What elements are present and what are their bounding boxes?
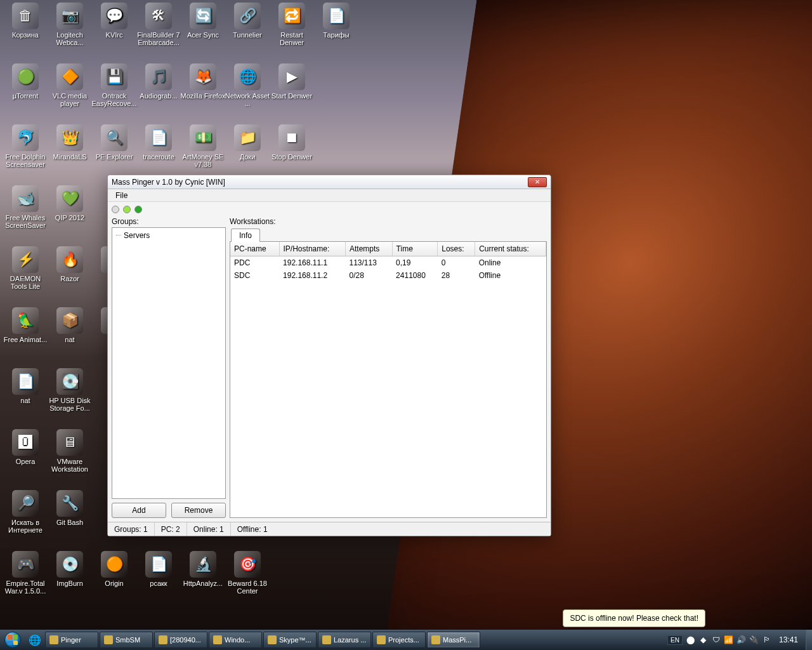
icon-label: VMware Workstation — [46, 458, 94, 473]
desktop-icon[interactable]: ⏹Stop Denwer — [268, 124, 316, 161]
taskbar-button[interactable]: Windo... — [209, 632, 262, 648]
show-desktop-button[interactable] — [806, 630, 812, 650]
tray-power-icon[interactable]: 🔌 — [750, 635, 759, 644]
desktop-icon[interactable]: 🔗Tunnelier — [223, 3, 272, 39]
tray-flag-icon[interactable]: 🏳 — [763, 635, 771, 644]
app-icon: 💽 — [56, 368, 83, 395]
titlebar[interactable]: Mass Pinger v 1.0 by Cynic [WIN] ✕ — [108, 175, 551, 189]
icon-label: nat — [46, 336, 94, 343]
desktop-icon[interactable]: 🎮Empire.Total War.v 1.5.0... — [1, 551, 49, 595]
desktop-icon[interactable]: 📄nat — [1, 368, 49, 404]
column-header[interactable]: IP/Hostname: — [279, 242, 345, 256]
status-dot-green-icon[interactable] — [134, 206, 142, 213]
pinned-ie-icon[interactable]: 🌐 — [25, 631, 44, 649]
taskbar-label: Windo... — [225, 636, 250, 644]
desktop-icon[interactable]: 🔶VLC media player — [46, 63, 94, 107]
tray-notification[interactable]: SDC is offline now! Please check that! — [563, 609, 705, 627]
icon-label: DAEMON Tools Lite — [1, 275, 49, 290]
column-header[interactable]: Loses: — [438, 242, 475, 256]
close-button[interactable]: ✕ — [528, 177, 547, 187]
desktop-icon[interactable]: 📄рсакк — [134, 551, 183, 587]
taskbar-button[interactable]: MassPi... — [427, 632, 480, 648]
taskbar-button[interactable]: Lazarus ... — [318, 632, 371, 648]
taskbar-button[interactable]: SmbSM — [100, 632, 153, 648]
icon-label: Logitech Webca... — [46, 31, 94, 46]
tray-app-icon[interactable]: ⬤ — [686, 635, 695, 644]
icon-label: рсакк — [134, 580, 183, 587]
desktop-icon[interactable]: 📁Доки — [223, 124, 272, 161]
tray-volume-icon[interactable]: 🔊 — [737, 635, 746, 644]
desktop-icon[interactable]: 🛠FinalBuilder 7 Embarcade... — [134, 3, 183, 46]
add-button[interactable]: Add — [112, 503, 166, 518]
desktop-icon[interactable]: 🔄Acer Sync — [179, 3, 227, 39]
desktop-icon[interactable]: 🌐Network Asset ... — [223, 63, 272, 107]
desktop-icon[interactable]: 🦊Mozilla Firefox — [179, 63, 227, 100]
column-header[interactable]: Attempts — [346, 242, 393, 256]
desktop-icon[interactable]: 🟢µTorrent — [1, 63, 49, 100]
desktop-icon[interactable]: 🔎Искать в Интернете — [1, 490, 49, 534]
desktop-icon[interactable]: 🐋Free Whales ScreenSaver — [1, 185, 49, 229]
app-icon: 💾 — [101, 63, 128, 90]
desktop-icon[interactable]: 🗑Корзина — [1, 3, 49, 39]
taskbar-button[interactable]: [280940... — [154, 632, 207, 648]
table-row[interactable]: PDC192.168.11.1113/1130,190Online — [230, 256, 546, 270]
taskbar-button[interactable]: Projects... — [372, 632, 426, 648]
desktop-icon[interactable]: 💬KVIrc — [90, 3, 138, 39]
workstations-table[interactable]: PC-nameIP/Hostname:AttemptsTimeLoses:Cur… — [230, 241, 547, 518]
desktop-icon[interactable]: 💵ArtMoney SE v7.38 — [179, 124, 227, 168]
taskbar-button[interactable]: Pinger — [45, 632, 98, 648]
column-header[interactable]: Time — [392, 242, 438, 256]
remove-button[interactable]: Remove — [171, 503, 226, 518]
tray-shield-icon[interactable]: 🛡 — [712, 635, 721, 644]
desktop-icon[interactable]: 🟠Origin — [90, 551, 138, 587]
desktop-icon[interactable]: 🔥Razor — [46, 246, 94, 282]
desktop-icon[interactable]: ▶Start Denwer — [268, 63, 316, 100]
desktop-icon[interactable]: 📦nat — [46, 307, 94, 343]
desktop-icon[interactable]: 💽HP USB Disk Storage Fo... — [46, 368, 94, 412]
column-header[interactable]: Current status: — [475, 242, 546, 256]
app-icon: 🎮 — [12, 551, 39, 578]
app-icon: 🗑 — [12, 3, 39, 29]
statusbar: Groups: 1 PC: 2 Online: 1 Offline: 1 — [108, 522, 551, 536]
desktop-icon[interactable]: 💚QIP 2012 — [46, 185, 94, 222]
app-icon: 🦜 — [12, 307, 39, 334]
icon-label: FinalBuilder 7 Embarcade... — [134, 31, 183, 46]
desktop-icon[interactable]: 🔁Restart Denwer — [268, 3, 316, 46]
tray-nvidia-icon[interactable]: ◆ — [699, 635, 708, 644]
desktop-icon[interactable]: 👑MirandaLS — [46, 124, 94, 161]
desktop-icon[interactable]: 💿ImgBurn — [46, 551, 94, 587]
status-dot-grey-icon[interactable] — [112, 206, 119, 213]
desktop-icon[interactable]: ⚡DAEMON Tools Lite — [1, 246, 49, 290]
desktop-icon[interactable]: 🔧Git Bash — [46, 490, 94, 526]
taskbar-button[interactable]: Skype™... — [263, 632, 317, 648]
desktop-icon[interactable]: 🔍PE Explorer — [90, 124, 138, 161]
app-icon: 🔁 — [278, 3, 305, 29]
table-row[interactable]: SDC192.168.11.20/28241108028Offline — [230, 269, 546, 282]
groups-tree[interactable]: Servers — [112, 227, 226, 499]
desktop-icon[interactable]: 📷Logitech Webca... — [46, 3, 94, 46]
icon-label: Доки — [223, 153, 272, 161]
desktop-icon[interactable]: 🎯Beward 6.18 Center — [223, 551, 272, 595]
menu-file[interactable]: File — [112, 190, 131, 201]
icon-label: MirandaLS — [46, 153, 94, 161]
tray-network-icon[interactable]: 📶 — [724, 635, 733, 644]
app-icon: 🅾 — [12, 429, 39, 456]
status-dot-lime-icon[interactable] — [123, 206, 131, 213]
desktop-icon[interactable]: 🔬HttpAnalyz... — [179, 551, 227, 587]
start-button[interactable] — [0, 630, 25, 650]
clock[interactable]: 13:41 — [775, 635, 802, 644]
tab-info[interactable]: Info — [231, 229, 260, 242]
desktop-icon[interactable]: 🦜Free Animat... — [1, 307, 49, 343]
cell: 192.168.11.2 — [279, 269, 345, 282]
desktop-icon[interactable]: 🖥VMware Workstation — [46, 429, 94, 473]
desktop-icon[interactable]: 💾Ontrack EasyRecove... — [90, 63, 138, 107]
desktop-icon[interactable]: 📄traceroute — [134, 124, 183, 161]
language-indicator[interactable]: EN — [667, 635, 683, 645]
column-header[interactable]: PC-name — [230, 242, 279, 256]
desktop-icon[interactable]: 🎵Audiograb... — [134, 63, 183, 100]
desktop-icon[interactable]: 🅾Opera — [1, 429, 49, 465]
desktop-icon[interactable]: 📄Тарифы — [312, 3, 360, 39]
desktop-icon[interactable]: 🐬Free Dolphin Screensaver — [1, 124, 49, 168]
tree-item-servers[interactable]: Servers — [115, 230, 223, 241]
taskbar-app-icon — [268, 635, 277, 644]
